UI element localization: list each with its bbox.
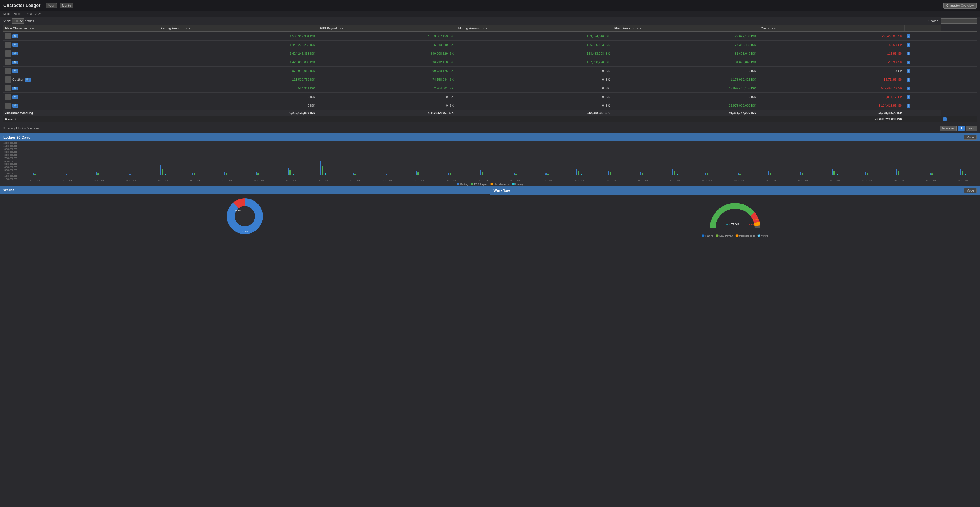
entries-select[interactable]: 10 25 50 bbox=[12, 19, 24, 24]
character-search-button[interactable]: 🔍 bbox=[12, 95, 19, 99]
bar-ratting bbox=[160, 165, 161, 175]
y-axis-label: 8,000,000,000 bbox=[1, 154, 17, 156]
total-info-button[interactable]: i bbox=[943, 118, 947, 121]
search-input[interactable] bbox=[941, 19, 977, 24]
character-search-button[interactable]: 🔍 bbox=[12, 52, 19, 56]
cell-ess: 915,819,340 ISK bbox=[317, 41, 456, 49]
sub-month: Month - March bbox=[3, 12, 21, 16]
info-button[interactable]: i bbox=[907, 104, 910, 108]
character-search-button[interactable]: 🔍 bbox=[12, 43, 19, 47]
chart-x-label: 01.03.2024 bbox=[19, 179, 51, 181]
info-cell: i bbox=[905, 41, 941, 49]
chart-bar-group bbox=[243, 141, 275, 175]
bar-ess bbox=[162, 168, 163, 175]
avatar bbox=[5, 76, 11, 83]
table-section: Show 10 25 50 entries Search: Main Chara… bbox=[0, 17, 980, 124]
col-actions bbox=[905, 25, 941, 32]
col-main-character[interactable]: Main Character ▲▼ bbox=[3, 25, 158, 32]
workflow-legend-ratting: 🔵 Ratting bbox=[702, 234, 713, 237]
bar-mining bbox=[261, 175, 262, 175]
col-ratting-amount[interactable]: Ratting Amount ▲▼ bbox=[158, 25, 317, 32]
page-1-button[interactable]: 1 bbox=[958, 126, 964, 131]
bar-ratting bbox=[514, 173, 515, 175]
chart-x-label: 29.03.2024 bbox=[916, 179, 947, 181]
character-search-button[interactable]: 🔍 bbox=[12, 104, 19, 108]
bar-ratting bbox=[448, 173, 449, 175]
character-search-button[interactable]: 🔍 bbox=[25, 78, 31, 81]
chart-bar-group bbox=[467, 141, 499, 175]
character-search-button[interactable]: 🔍 bbox=[12, 87, 19, 90]
bar-ess bbox=[802, 173, 803, 175]
pagination-section: Showing 1 to 9 of 9 entries Previous 1 N… bbox=[0, 124, 980, 132]
month-dropdown[interactable]: Month bbox=[60, 3, 73, 8]
bar-misc bbox=[323, 175, 325, 175]
character-cell: Geuthar🔍 bbox=[3, 75, 158, 84]
entries-label: entries bbox=[25, 19, 34, 23]
info-button[interactable]: i bbox=[907, 43, 910, 47]
info-button[interactable]: i bbox=[907, 52, 910, 56]
info-button[interactable]: i bbox=[907, 35, 910, 38]
next-button[interactable]: Next bbox=[966, 126, 977, 131]
bar-ratting bbox=[65, 174, 67, 175]
bar-ess bbox=[67, 175, 68, 175]
sub-year: Year - 2024 bbox=[27, 12, 41, 16]
character-search-button[interactable]: 🔍 bbox=[12, 69, 19, 73]
summary-cell-3: 632,080,327 ISK bbox=[456, 110, 612, 116]
cell-ess: 0 ISK bbox=[317, 102, 456, 110]
previous-button[interactable]: Previous bbox=[940, 126, 957, 131]
cell-mining: 0 ISK bbox=[456, 102, 612, 110]
summary-cell-1: 6,986,475,839 ISK bbox=[158, 110, 317, 116]
chart-bar-group bbox=[339, 141, 371, 175]
bar-misc bbox=[291, 175, 293, 175]
character-search-button[interactable]: 🔍 bbox=[12, 60, 19, 64]
bar-ratting bbox=[960, 169, 961, 175]
legend-ratting: Ratting bbox=[457, 183, 468, 186]
col-mining-amount[interactable]: Mining Amount ▲▼ bbox=[456, 25, 612, 32]
col-costs[interactable]: Costs ▲▼ bbox=[758, 25, 905, 32]
chart-x-label: 05.03.2024 bbox=[147, 179, 179, 181]
cell-mining: 0 ISK bbox=[456, 84, 612, 93]
bottom-sections: Wallet 11.3% 88.6% Workflow Mode bbox=[0, 186, 980, 240]
info-button[interactable]: i bbox=[907, 69, 910, 73]
col-ess-payout[interactable]: ESS Payout ▲▼ bbox=[317, 25, 456, 32]
bar-misc bbox=[963, 175, 964, 175]
character-cell: 🔍 bbox=[3, 102, 158, 110]
chart-x-label: 11.03.2024 bbox=[339, 179, 371, 181]
col-misc-amount[interactable]: Misc. Amount ▲▼ bbox=[612, 25, 758, 32]
chart-x-label: 19.03.2024 bbox=[595, 179, 627, 181]
character-cell: 🔍 bbox=[3, 49, 158, 58]
chart-x-label: 10.03.2024 bbox=[307, 179, 339, 181]
cell-misc: 81,673,049 ISK bbox=[612, 49, 758, 58]
character-search-button[interactable]: 🔍 bbox=[12, 35, 19, 38]
year-dropdown[interactable]: Year bbox=[46, 3, 57, 8]
info-button[interactable]: i bbox=[907, 87, 910, 90]
bar-mining bbox=[485, 175, 486, 175]
search-box: Search: bbox=[928, 19, 977, 24]
bar-ess bbox=[706, 173, 708, 175]
bar-ess bbox=[897, 171, 899, 175]
bar-ratting bbox=[33, 173, 34, 175]
info-button[interactable]: i bbox=[907, 60, 910, 64]
bar-ratting bbox=[320, 161, 321, 175]
chart-bar-group bbox=[371, 141, 403, 175]
table-row: 🔍0 ISK0 ISK0 ISK22,978,000,000 ISK-3,114… bbox=[3, 102, 977, 110]
chart-x-label: 08.03.2024 bbox=[243, 179, 275, 181]
bar-ratting bbox=[546, 173, 547, 175]
workflow-mode-dropdown[interactable]: Mode bbox=[964, 188, 977, 193]
bar-misc bbox=[36, 175, 38, 175]
mode-dropdown[interactable]: Mode bbox=[964, 135, 977, 140]
bar-mining bbox=[421, 175, 422, 175]
cell-costs: -15,71..93 ISK bbox=[758, 75, 905, 84]
character-overview-button[interactable]: Character Overview bbox=[943, 3, 977, 9]
chart-bar-group bbox=[948, 141, 979, 175]
info-button[interactable]: i bbox=[907, 95, 910, 99]
info-button[interactable]: i bbox=[907, 78, 910, 81]
chart-x-label: 28.03.2024 bbox=[883, 179, 915, 181]
legend-ess: ESS Payout bbox=[471, 183, 488, 186]
chart-x-label: 18.03.2024 bbox=[563, 179, 595, 181]
table-header-row: Main Character ▲▼ Ratting Amount ▲▼ ESS … bbox=[3, 25, 977, 32]
chart-bar-group bbox=[916, 141, 947, 175]
table-row: Geuthar🔍111,520,732 ISK74,156,044 ISK0 I… bbox=[3, 75, 977, 84]
chart-bar-group bbox=[723, 141, 755, 175]
chart-bar-group bbox=[211, 141, 243, 175]
